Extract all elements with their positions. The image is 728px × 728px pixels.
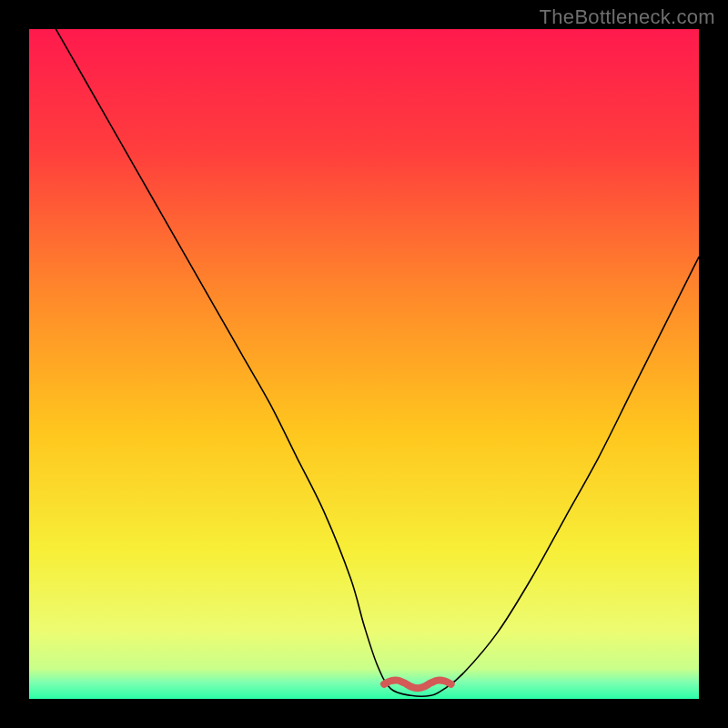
chart-svg <box>29 29 699 699</box>
plot-area <box>29 29 699 699</box>
chart-frame: TheBottleneck.com <box>0 0 728 728</box>
watermark-text: TheBottleneck.com <box>540 5 715 29</box>
gradient-background <box>29 29 699 699</box>
